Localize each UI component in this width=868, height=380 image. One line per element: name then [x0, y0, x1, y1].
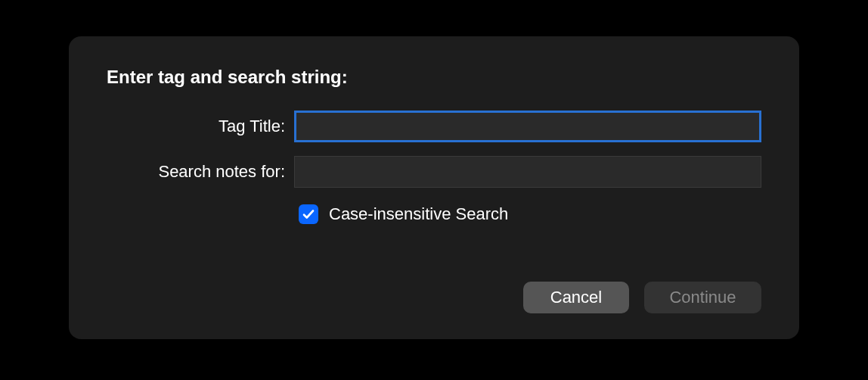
- tag-title-row: Tag Title:: [107, 111, 761, 142]
- checkmark-icon: [302, 207, 315, 221]
- search-notes-label: Search notes for:: [107, 162, 294, 182]
- case-insensitive-row: Case-insensitive Search: [299, 204, 761, 224]
- button-row: Cancel Continue: [523, 282, 761, 313]
- case-insensitive-label: Case-insensitive Search: [329, 204, 508, 224]
- continue-button[interactable]: Continue: [644, 282, 761, 313]
- dialog-heading: Enter tag and search string:: [107, 67, 761, 88]
- search-notes-input[interactable]: [294, 156, 761, 188]
- search-dialog: Enter tag and search string: Tag Title: …: [69, 36, 799, 339]
- tag-title-input[interactable]: [294, 111, 761, 142]
- search-notes-row: Search notes for:: [107, 156, 761, 188]
- tag-title-label: Tag Title:: [107, 117, 294, 136]
- case-insensitive-checkbox[interactable]: [299, 204, 318, 224]
- cancel-button[interactable]: Cancel: [523, 282, 629, 313]
